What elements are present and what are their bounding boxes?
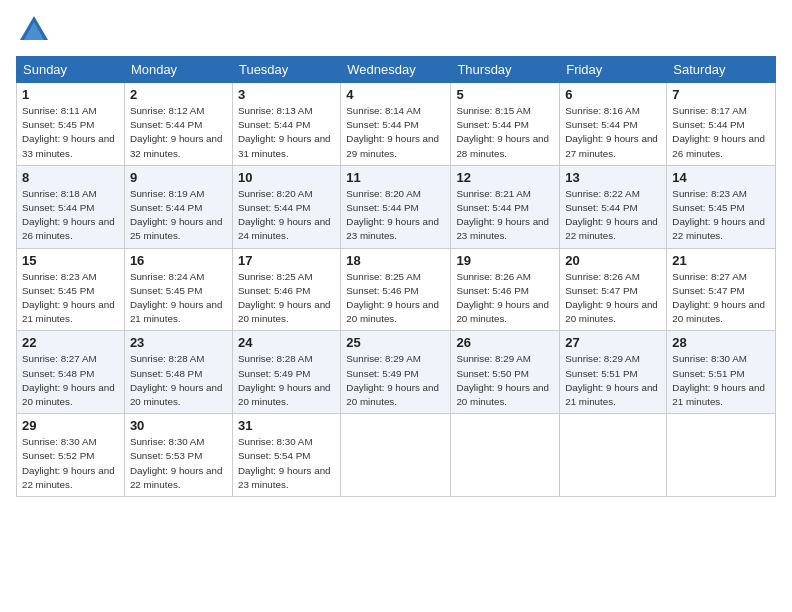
day-number: 25 bbox=[346, 335, 445, 350]
day-number: 20 bbox=[565, 253, 661, 268]
calendar-cell: 28 Sunrise: 8:30 AMSunset: 5:51 PMDaylig… bbox=[667, 331, 776, 414]
calendar-cell: 5 Sunrise: 8:15 AMSunset: 5:44 PMDayligh… bbox=[451, 83, 560, 166]
day-detail: Sunrise: 8:12 AMSunset: 5:44 PMDaylight:… bbox=[130, 104, 227, 161]
calendar-cell bbox=[667, 414, 776, 497]
calendar-cell: 10 Sunrise: 8:20 AMSunset: 5:44 PMDaylig… bbox=[232, 165, 340, 248]
calendar-cell: 2 Sunrise: 8:12 AMSunset: 5:44 PMDayligh… bbox=[124, 83, 232, 166]
calendar-cell: 1 Sunrise: 8:11 AMSunset: 5:45 PMDayligh… bbox=[17, 83, 125, 166]
calendar-cell: 30 Sunrise: 8:30 AMSunset: 5:53 PMDaylig… bbox=[124, 414, 232, 497]
calendar-cell: 18 Sunrise: 8:25 AMSunset: 5:46 PMDaylig… bbox=[341, 248, 451, 331]
day-number: 16 bbox=[130, 253, 227, 268]
calendar-cell: 17 Sunrise: 8:25 AMSunset: 5:46 PMDaylig… bbox=[232, 248, 340, 331]
day-detail: Sunrise: 8:22 AMSunset: 5:44 PMDaylight:… bbox=[565, 187, 661, 244]
day-number: 2 bbox=[130, 87, 227, 102]
calendar-cell: 13 Sunrise: 8:22 AMSunset: 5:44 PMDaylig… bbox=[560, 165, 667, 248]
day-detail: Sunrise: 8:11 AMSunset: 5:45 PMDaylight:… bbox=[22, 104, 119, 161]
day-number: 15 bbox=[22, 253, 119, 268]
day-number: 8 bbox=[22, 170, 119, 185]
day-number: 17 bbox=[238, 253, 335, 268]
day-number: 9 bbox=[130, 170, 227, 185]
calendar-cell: 3 Sunrise: 8:13 AMSunset: 5:44 PMDayligh… bbox=[232, 83, 340, 166]
day-number: 28 bbox=[672, 335, 770, 350]
day-detail: Sunrise: 8:17 AMSunset: 5:44 PMDaylight:… bbox=[672, 104, 770, 161]
day-detail: Sunrise: 8:19 AMSunset: 5:44 PMDaylight:… bbox=[130, 187, 227, 244]
day-number: 31 bbox=[238, 418, 335, 433]
day-detail: Sunrise: 8:20 AMSunset: 5:44 PMDaylight:… bbox=[346, 187, 445, 244]
day-detail: Sunrise: 8:28 AMSunset: 5:49 PMDaylight:… bbox=[238, 352, 335, 409]
day-number: 21 bbox=[672, 253, 770, 268]
day-detail: Sunrise: 8:26 AMSunset: 5:46 PMDaylight:… bbox=[456, 270, 554, 327]
calendar-cell: 25 Sunrise: 8:29 AMSunset: 5:49 PMDaylig… bbox=[341, 331, 451, 414]
calendar-cell: 19 Sunrise: 8:26 AMSunset: 5:46 PMDaylig… bbox=[451, 248, 560, 331]
day-detail: Sunrise: 8:20 AMSunset: 5:44 PMDaylight:… bbox=[238, 187, 335, 244]
weekday-header-thursday: Thursday bbox=[451, 57, 560, 83]
day-detail: Sunrise: 8:29 AMSunset: 5:50 PMDaylight:… bbox=[456, 352, 554, 409]
day-detail: Sunrise: 8:25 AMSunset: 5:46 PMDaylight:… bbox=[346, 270, 445, 327]
weekday-header-wednesday: Wednesday bbox=[341, 57, 451, 83]
weekday-header-sunday: Sunday bbox=[17, 57, 125, 83]
calendar-cell: 22 Sunrise: 8:27 AMSunset: 5:48 PMDaylig… bbox=[17, 331, 125, 414]
weekday-header-friday: Friday bbox=[560, 57, 667, 83]
day-detail: Sunrise: 8:30 AMSunset: 5:52 PMDaylight:… bbox=[22, 435, 119, 492]
day-detail: Sunrise: 8:25 AMSunset: 5:46 PMDaylight:… bbox=[238, 270, 335, 327]
day-detail: Sunrise: 8:14 AMSunset: 5:44 PMDaylight:… bbox=[346, 104, 445, 161]
calendar-cell: 24 Sunrise: 8:28 AMSunset: 5:49 PMDaylig… bbox=[232, 331, 340, 414]
day-detail: Sunrise: 8:26 AMSunset: 5:47 PMDaylight:… bbox=[565, 270, 661, 327]
day-detail: Sunrise: 8:24 AMSunset: 5:45 PMDaylight:… bbox=[130, 270, 227, 327]
day-number: 4 bbox=[346, 87, 445, 102]
calendar-cell: 26 Sunrise: 8:29 AMSunset: 5:50 PMDaylig… bbox=[451, 331, 560, 414]
weekday-header-tuesday: Tuesday bbox=[232, 57, 340, 83]
calendar-cell: 29 Sunrise: 8:30 AMSunset: 5:52 PMDaylig… bbox=[17, 414, 125, 497]
calendar-cell: 27 Sunrise: 8:29 AMSunset: 5:51 PMDaylig… bbox=[560, 331, 667, 414]
day-detail: Sunrise: 8:29 AMSunset: 5:49 PMDaylight:… bbox=[346, 352, 445, 409]
day-detail: Sunrise: 8:30 AMSunset: 5:51 PMDaylight:… bbox=[672, 352, 770, 409]
calendar-cell: 16 Sunrise: 8:24 AMSunset: 5:45 PMDaylig… bbox=[124, 248, 232, 331]
calendar-table: SundayMondayTuesdayWednesdayThursdayFrid… bbox=[16, 56, 776, 497]
day-detail: Sunrise: 8:27 AMSunset: 5:47 PMDaylight:… bbox=[672, 270, 770, 327]
day-number: 3 bbox=[238, 87, 335, 102]
day-number: 14 bbox=[672, 170, 770, 185]
day-detail: Sunrise: 8:15 AMSunset: 5:44 PMDaylight:… bbox=[456, 104, 554, 161]
calendar-cell bbox=[451, 414, 560, 497]
day-number: 10 bbox=[238, 170, 335, 185]
calendar-cell: 20 Sunrise: 8:26 AMSunset: 5:47 PMDaylig… bbox=[560, 248, 667, 331]
page: SundayMondayTuesdayWednesdayThursdayFrid… bbox=[0, 0, 792, 612]
logo-icon bbox=[16, 12, 52, 48]
day-number: 22 bbox=[22, 335, 119, 350]
day-number: 13 bbox=[565, 170, 661, 185]
day-number: 23 bbox=[130, 335, 227, 350]
header bbox=[16, 12, 776, 48]
day-detail: Sunrise: 8:23 AMSunset: 5:45 PMDaylight:… bbox=[22, 270, 119, 327]
calendar-cell: 4 Sunrise: 8:14 AMSunset: 5:44 PMDayligh… bbox=[341, 83, 451, 166]
day-detail: Sunrise: 8:23 AMSunset: 5:45 PMDaylight:… bbox=[672, 187, 770, 244]
day-number: 24 bbox=[238, 335, 335, 350]
day-detail: Sunrise: 8:16 AMSunset: 5:44 PMDaylight:… bbox=[565, 104, 661, 161]
day-detail: Sunrise: 8:13 AMSunset: 5:44 PMDaylight:… bbox=[238, 104, 335, 161]
calendar-cell: 11 Sunrise: 8:20 AMSunset: 5:44 PMDaylig… bbox=[341, 165, 451, 248]
calendar-cell bbox=[341, 414, 451, 497]
calendar-cell: 7 Sunrise: 8:17 AMSunset: 5:44 PMDayligh… bbox=[667, 83, 776, 166]
calendar-cell: 15 Sunrise: 8:23 AMSunset: 5:45 PMDaylig… bbox=[17, 248, 125, 331]
day-detail: Sunrise: 8:18 AMSunset: 5:44 PMDaylight:… bbox=[22, 187, 119, 244]
day-detail: Sunrise: 8:28 AMSunset: 5:48 PMDaylight:… bbox=[130, 352, 227, 409]
day-number: 18 bbox=[346, 253, 445, 268]
day-detail: Sunrise: 8:27 AMSunset: 5:48 PMDaylight:… bbox=[22, 352, 119, 409]
calendar-cell: 14 Sunrise: 8:23 AMSunset: 5:45 PMDaylig… bbox=[667, 165, 776, 248]
weekday-header-saturday: Saturday bbox=[667, 57, 776, 83]
day-number: 11 bbox=[346, 170, 445, 185]
day-detail: Sunrise: 8:30 AMSunset: 5:53 PMDaylight:… bbox=[130, 435, 227, 492]
weekday-header-monday: Monday bbox=[124, 57, 232, 83]
day-number: 26 bbox=[456, 335, 554, 350]
day-number: 19 bbox=[456, 253, 554, 268]
calendar-cell: 21 Sunrise: 8:27 AMSunset: 5:47 PMDaylig… bbox=[667, 248, 776, 331]
day-detail: Sunrise: 8:21 AMSunset: 5:44 PMDaylight:… bbox=[456, 187, 554, 244]
day-number: 5 bbox=[456, 87, 554, 102]
day-number: 1 bbox=[22, 87, 119, 102]
day-number: 30 bbox=[130, 418, 227, 433]
day-number: 12 bbox=[456, 170, 554, 185]
day-detail: Sunrise: 8:29 AMSunset: 5:51 PMDaylight:… bbox=[565, 352, 661, 409]
calendar-cell: 12 Sunrise: 8:21 AMSunset: 5:44 PMDaylig… bbox=[451, 165, 560, 248]
day-detail: Sunrise: 8:30 AMSunset: 5:54 PMDaylight:… bbox=[238, 435, 335, 492]
calendar-cell: 23 Sunrise: 8:28 AMSunset: 5:48 PMDaylig… bbox=[124, 331, 232, 414]
day-number: 7 bbox=[672, 87, 770, 102]
